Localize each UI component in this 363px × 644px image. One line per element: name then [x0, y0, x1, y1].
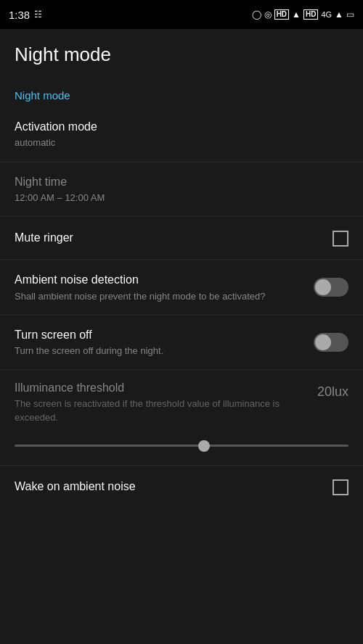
status-time: 1:38	[9, 9, 30, 21]
illuminance-header: Illuminance threshold The screen is reac…	[15, 381, 348, 424]
turn-screen-off-toggle[interactable]	[314, 333, 348, 352]
activation-mode-row[interactable]: Activation mode automatic	[0, 107, 363, 162]
header: Night mode	[0, 29, 363, 78]
hd-badge: HD	[274, 9, 289, 20]
wake-on-ambient-noise-checkbox[interactable]	[333, 479, 348, 495]
turn-screen-off-title: Turn screen off	[15, 327, 305, 343]
status-bar-left: 1:38 ☷	[9, 9, 42, 21]
hd-4g-badge: HD	[303, 9, 318, 20]
ambient-noise-toggle[interactable]	[314, 278, 348, 297]
page-title: Night mode	[15, 44, 348, 66]
illuminance-slider-thumb[interactable]	[198, 440, 210, 452]
4g-icon: 4G	[321, 10, 332, 19]
turn-screen-off-text: Turn screen off Turn the screen off duri…	[15, 327, 305, 358]
ambient-noise-row[interactable]: Ambient noise detection Shall ambient no…	[0, 260, 363, 315]
night-time-text: Night time 12:00 AM – 12:00 AM	[15, 174, 348, 205]
activation-mode-subtitle: automatic	[15, 136, 348, 149]
illuminance-value: 20lux	[317, 381, 348, 400]
turn-screen-off-subtitle: Turn the screen off during the night.	[15, 344, 305, 358]
status-bar: 1:38 ☷ ◯ ◎ HD ▲ HD 4G ▲ ▭	[0, 0, 363, 29]
wifi-icon: ◎	[264, 9, 272, 20]
mute-ringer-row[interactable]: Mute ringer	[0, 217, 363, 260]
status-bar-right: ◯ ◎ HD ▲ HD 4G ▲ ▭	[252, 9, 354, 20]
signal-icon: ▲	[292, 9, 301, 20]
activation-mode-text: Activation mode automatic	[15, 119, 348, 150]
ambient-noise-text: Ambient noise detection Shall ambient no…	[15, 272, 305, 303]
night-time-subtitle: 12:00 AM – 12:00 AM	[15, 191, 348, 205]
turn-screen-off-row[interactable]: Turn screen off Turn the screen off duri…	[0, 315, 363, 371]
content: Night mode Activation mode automatic Nig…	[0, 78, 363, 509]
night-time-row[interactable]: Night time 12:00 AM – 12:00 AM	[0, 162, 363, 218]
ambient-noise-toggle-knob	[315, 279, 331, 295]
wake-on-ambient-noise-row[interactable]: Wake on ambient noise	[0, 466, 363, 509]
activation-mode-title: Activation mode	[15, 119, 348, 135]
illuminance-slider-track	[15, 445, 348, 447]
mute-ringer-title: Mute ringer	[15, 230, 333, 246]
illuminance-title: Illuminance threshold	[15, 381, 317, 395]
wake-on-ambient-noise-text: Wake on ambient noise	[15, 479, 333, 495]
mute-ringer-checkbox[interactable]	[333, 231, 348, 247]
alarm-icon: ◯	[252, 9, 261, 20]
turn-screen-off-toggle-knob	[315, 334, 331, 350]
mute-ringer-text: Mute ringer	[15, 230, 333, 246]
ambient-noise-title: Ambient noise detection	[15, 272, 305, 288]
message-icon: ☷	[34, 9, 42, 20]
illuminance-section: Illuminance threshold The screen is reac…	[0, 370, 363, 465]
illuminance-slider-container[interactable]	[15, 439, 348, 453]
signal2-icon: ▲	[335, 9, 343, 20]
night-time-title: Night time	[15, 174, 348, 190]
section-label-night-mode: Night mode	[0, 78, 363, 107]
illuminance-desc: The screen is reactivated if the thresho…	[15, 397, 317, 424]
illuminance-text-block: Illuminance threshold The screen is reac…	[15, 381, 317, 424]
battery-icon: ▭	[346, 9, 354, 20]
ambient-noise-subtitle: Shall ambient noise prevent the night mo…	[15, 290, 305, 303]
wake-on-ambient-noise-title: Wake on ambient noise	[15, 479, 333, 495]
